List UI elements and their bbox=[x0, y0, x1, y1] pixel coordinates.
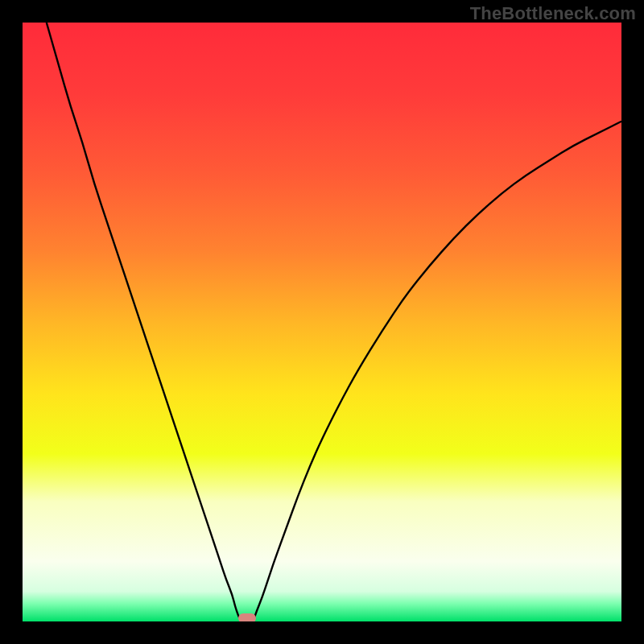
bottleneck-point-marker bbox=[238, 613, 256, 621]
plot-area bbox=[23, 23, 621, 621]
gradient-background bbox=[23, 23, 621, 621]
watermark-text: TheBottleneck.com bbox=[470, 3, 636, 24]
chart-svg bbox=[23, 23, 621, 621]
chart-frame: TheBottleneck.com bbox=[0, 0, 644, 644]
